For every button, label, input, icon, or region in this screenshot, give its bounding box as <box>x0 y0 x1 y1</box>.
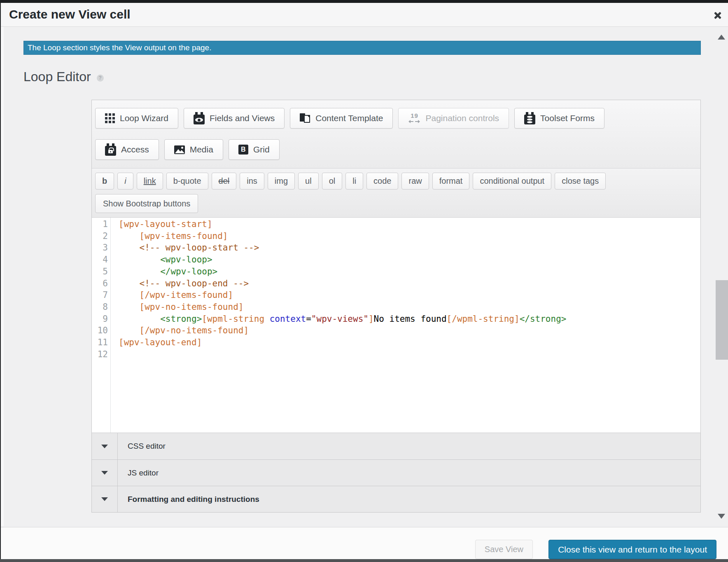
quicktag-raw-button[interactable]: raw <box>401 173 429 190</box>
code-editor[interactable]: 123456789101112 [wpv-layout-start] [wpv-… <box>91 218 701 433</box>
section-formatting-and-editing-instructions[interactable]: Formatting and editing instructions <box>92 486 700 512</box>
section-css-editor[interactable]: CSS editor <box>92 433 700 459</box>
forms-db-icon <box>524 112 535 124</box>
line-number: 6 <box>92 278 108 290</box>
line-number: 8 <box>92 301 108 313</box>
loop-editor-heading: Loop Editor ? <box>23 68 104 86</box>
code-line: [wpv-items-found] <box>119 230 566 242</box>
browser-bottom-edge <box>0 559 728 562</box>
scrollbar-down-icon[interactable] <box>718 514 725 519</box>
scrollbar-up-icon[interactable] <box>718 35 725 40</box>
section-toggle[interactable] <box>92 433 118 459</box>
lock-icon <box>105 143 116 156</box>
code-line: <strong>[wpml-string context="wpv-views"… <box>119 313 566 325</box>
button-label: Content Template <box>315 113 383 123</box>
code-line: <!-- wpv-loop-end --> <box>119 278 566 290</box>
collapsible-sections: CSS editorJS editorFormatting and editin… <box>91 433 701 513</box>
section-toggle[interactable] <box>92 460 118 486</box>
quicktags-area: bilinkb-quotedelinsimgulollicoderawforma… <box>92 168 700 217</box>
quicktag-i-button[interactable]: i <box>117 173 133 190</box>
code-line: [/wpv-items-found] <box>119 289 566 301</box>
media-buttons-row-1: Loop WizardFields and ViewsContent Templ… <box>95 108 697 129</box>
help-icon[interactable]: ? <box>97 75 104 82</box>
section-label: CSS editor <box>118 433 166 459</box>
notice-text: The Loop section styles the View output … <box>28 43 211 52</box>
button-label: Pagination controls <box>425 113 499 123</box>
dialog-footer: Save View Close this view and return to … <box>1 527 728 559</box>
bootstrap-icon: B <box>238 145 248 155</box>
fields-and-views-button[interactable]: Fields and Views <box>184 108 285 129</box>
quicktag-format-button[interactable]: format <box>432 173 470 190</box>
code-line: [wpv-layout-start] <box>119 218 566 230</box>
code-line <box>119 349 566 361</box>
button-label: Loop Wizard <box>120 113 168 123</box>
chevron-down-icon <box>101 497 108 501</box>
button-label: Fields and Views <box>210 113 275 123</box>
chevron-down-icon <box>101 471 108 475</box>
line-number-gutter: 123456789101112 <box>92 218 111 433</box>
button-label: Media <box>190 145 213 155</box>
section-label: Formatting and editing instructions <box>118 486 259 512</box>
line-number: 9 <box>92 313 108 325</box>
code-content[interactable]: [wpv-layout-start] [wpv-items-found] <!-… <box>111 218 566 433</box>
quicktag-img-button[interactable]: img <box>268 173 295 190</box>
line-number: 1 <box>92 218 108 230</box>
dialog-body-gutter <box>1 27 4 526</box>
grid-button[interactable]: BGrid <box>229 139 280 160</box>
loop-wizard-button[interactable]: Loop Wizard <box>95 108 178 129</box>
save-view-button[interactable]: Save View <box>475 540 533 559</box>
pagination-controls-button[interactable]: 19Pagination controls <box>398 108 509 129</box>
quicktag-ins-button[interactable]: ins <box>240 173 264 190</box>
media-button[interactable]: Media <box>164 139 223 160</box>
button-label: Toolset Forms <box>540 113 595 123</box>
access-button[interactable]: Access <box>95 139 159 160</box>
quicktag-link-button[interactable]: link <box>137 173 163 190</box>
chevron-down-icon <box>101 445 108 448</box>
loop-section-notice: The Loop section styles the View output … <box>23 41 701 55</box>
show-bootstrap-buttons-button[interactable]: Show Bootstrap buttons <box>95 194 198 213</box>
code-line: <!-- wpv-loop-start --> <box>119 242 566 254</box>
close-icon[interactable] <box>714 11 722 19</box>
quicktag-del-button[interactable]: del <box>212 173 237 190</box>
grid-icon <box>105 113 115 123</box>
quicktag-ol-button[interactable]: ol <box>322 173 343 190</box>
line-number: 7 <box>92 289 108 301</box>
fields-views-eye-icon <box>194 112 205 124</box>
pages-icon <box>300 113 310 123</box>
media-buttons-row-2: AccessMediaBGrid <box>95 139 697 160</box>
line-number: 10 <box>92 325 108 337</box>
code-line: [wpv-layout-end] <box>119 337 566 349</box>
code-line: </wpv-loop> <box>119 266 566 278</box>
quicktag-code-button[interactable]: code <box>366 173 398 190</box>
editor-toolbar: Loop WizardFields and ViewsContent Templ… <box>91 100 701 218</box>
quicktags-row: bilinkb-quotedelinsimgulollicoderawforma… <box>95 173 697 190</box>
dialog-title: Create new View cell <box>9 3 131 26</box>
pagination-icon: 19 <box>408 112 420 124</box>
line-number: 12 <box>92 349 108 361</box>
line-number: 3 <box>92 242 108 254</box>
line-number: 4 <box>92 254 108 266</box>
code-line: [wpv-no-items-found] <box>119 301 566 313</box>
content-template-button[interactable]: Content Template <box>290 108 393 129</box>
loop-editor-panel: Loop WizardFields and ViewsContent Templ… <box>91 100 701 513</box>
quicktag-b-quote-button[interactable]: b-quote <box>166 173 208 190</box>
browser-top-edge <box>0 0 728 3</box>
code-line: <wpv-loop> <box>119 254 566 266</box>
dialog-header: Create new View cell <box>1 3 728 27</box>
section-toggle[interactable] <box>92 486 118 512</box>
image-icon <box>174 145 185 154</box>
quicktag-li-button[interactable]: li <box>345 173 363 190</box>
close-view-button[interactable]: Close this view and return to the layout <box>548 540 716 559</box>
line-number: 2 <box>92 230 108 242</box>
quicktag-conditional-output-button[interactable]: conditional output <box>473 173 551 190</box>
scrollbar-thumb[interactable] <box>716 280 728 360</box>
toolset-forms-button[interactable]: Toolset Forms <box>514 108 604 129</box>
section-js-editor[interactable]: JS editor <box>92 459 700 486</box>
quicktag-close-tags-button[interactable]: close tags <box>555 173 606 190</box>
quicktag-ul-button[interactable]: ul <box>298 173 319 190</box>
loop-editor-title: Loop Editor <box>23 69 91 84</box>
button-label: Access <box>121 145 149 155</box>
code-line: [/wpv-no-items-found] <box>119 325 566 337</box>
line-number: 5 <box>92 266 108 278</box>
quicktag-b-button[interactable]: b <box>95 173 114 190</box>
